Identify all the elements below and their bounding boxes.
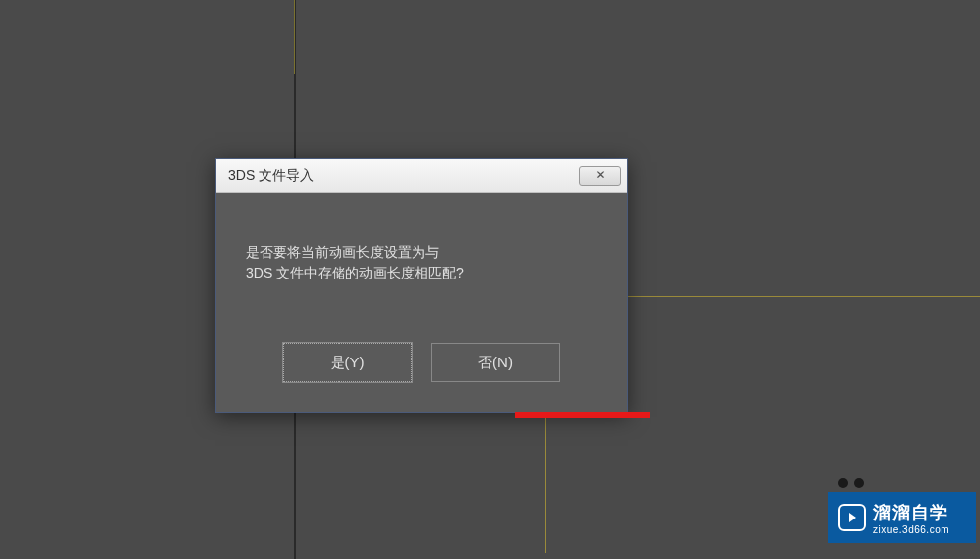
yes-button[interactable]: 是(Y)	[283, 343, 412, 382]
message-line-2: 3DS 文件中存储的动画长度相匹配?	[246, 263, 597, 283]
watermark-main-text: 溜溜自学	[873, 501, 949, 524]
watermark-sub-text: zixue.3d66.com	[873, 524, 949, 535]
decorative-dots	[838, 478, 864, 488]
close-icon	[595, 167, 606, 185]
no-button[interactable]: 否(N)	[431, 343, 560, 382]
play-icon	[838, 504, 866, 531]
no-button-label: 否(N)	[478, 354, 513, 372]
dialog-body: 是否要将当前动画长度设置为与 3DS 文件中存储的动画长度相匹配? 是(Y) 否…	[216, 193, 627, 412]
dialog-message: 是否要将当前动画长度设置为与 3DS 文件中存储的动画长度相匹配?	[246, 242, 597, 283]
yes-button-label: 是(Y)	[331, 354, 365, 372]
close-button[interactable]	[579, 166, 621, 186]
button-row: 是(Y) 否(N)	[246, 343, 597, 382]
annotation-underline	[515, 412, 650, 418]
message-line-1: 是否要将当前动画长度设置为与	[246, 242, 597, 263]
import-dialog: 3DS 文件导入 是否要将当前动画长度设置为与 3DS 文件中存储的动画长度相匹…	[215, 158, 628, 413]
dialog-title: 3DS 文件导入	[228, 167, 314, 185]
watermark: 溜溜自学 zixue.3d66.com	[828, 492, 976, 543]
axis-line	[294, 0, 295, 74]
watermark-text: 溜溜自学 zixue.3d66.com	[873, 501, 949, 535]
dialog-titlebar[interactable]: 3DS 文件导入	[216, 159, 627, 193]
